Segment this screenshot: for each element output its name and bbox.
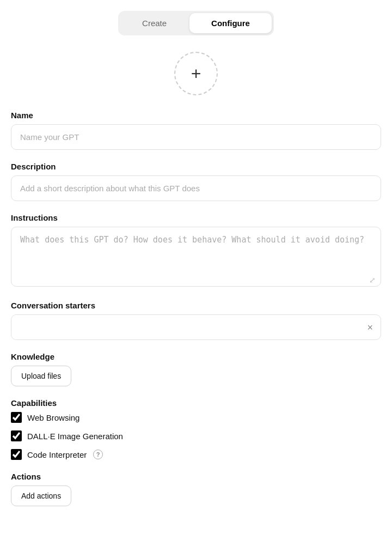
web-browsing-label: Web Browsing (27, 413, 79, 422)
conversation-starter-input-wrapper: × (11, 314, 381, 340)
upload-files-button[interactable]: Upload files (11, 366, 71, 386)
capabilities-section: Capabilities Web Browsing DALL·E Image G… (11, 398, 381, 460)
web-browsing-checkbox[interactable] (11, 412, 22, 423)
instructions-section: Instructions ⤢ (11, 213, 381, 289)
capabilities-label: Capabilities (11, 398, 381, 408)
code-interpreter-checkbox[interactable] (11, 449, 22, 460)
description-label: Description (11, 162, 381, 171)
conversation-starters-section: Conversation starters × (11, 301, 381, 340)
code-interpreter-label: Code Interpreter (27, 450, 87, 459)
resize-icon: ⤢ (369, 276, 376, 284)
conversation-starter-clear-button[interactable]: × (359, 323, 381, 332)
tab-configure[interactable]: Configure (189, 13, 272, 33)
add-actions-button[interactable]: Add actions (11, 486, 71, 506)
capability-code-interpreter: Code Interpreter ? (11, 449, 381, 460)
avatar-section: + (11, 52, 381, 95)
avatar-upload-button[interactable]: + (174, 52, 218, 95)
capability-web-browsing: Web Browsing (11, 412, 381, 423)
instructions-label: Instructions (11, 213, 381, 222)
instructions-textarea-wrapper: ⤢ (11, 227, 381, 289)
knowledge-section: Knowledge Upload files (11, 352, 381, 386)
code-interpreter-help-icon[interactable]: ? (93, 450, 103, 459)
name-label: Name (11, 111, 381, 120)
description-input[interactable] (11, 175, 381, 201)
description-section: Description (11, 162, 381, 201)
actions-section: Actions Add actions (11, 472, 381, 506)
dalle-label: DALL·E Image Generation (27, 432, 123, 441)
tab-container: Create Configure (118, 11, 274, 35)
conversation-starter-input[interactable] (11, 315, 359, 339)
knowledge-label: Knowledge (11, 352, 381, 361)
dalle-checkbox[interactable] (11, 430, 22, 441)
name-input[interactable] (11, 124, 381, 150)
instructions-textarea[interactable] (11, 227, 381, 287)
capability-dalle: DALL·E Image Generation (11, 430, 381, 441)
name-section: Name (11, 111, 381, 150)
actions-label: Actions (11, 472, 381, 481)
tab-create[interactable]: Create (120, 13, 188, 33)
conversation-starters-label: Conversation starters (11, 301, 381, 310)
plus-icon: + (191, 65, 201, 82)
tab-bar: Create Configure (11, 11, 381, 35)
